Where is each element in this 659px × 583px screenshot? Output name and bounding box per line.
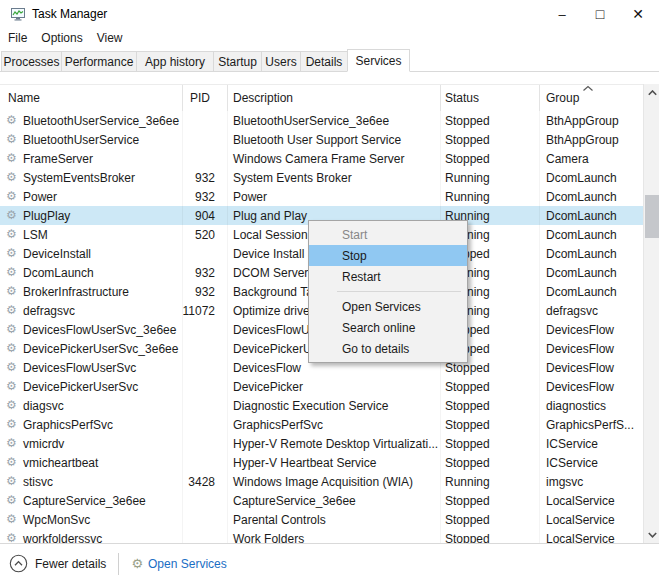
service-name-cell: ⚙workfolderssvc <box>0 529 183 543</box>
minimize-button[interactable]: – <box>543 0 581 28</box>
service-status: Stopped <box>441 149 540 168</box>
service-group: DcomLaunch <box>540 282 643 301</box>
service-gear-icon: ⚙ <box>6 323 23 335</box>
service-group: imgsvc <box>540 472 643 491</box>
column-header-pid[interactable]: PID <box>183 85 228 111</box>
column-header-name[interactable]: Name <box>0 85 183 111</box>
service-description: Work Folders <box>228 529 441 543</box>
service-status: Running <box>441 187 540 206</box>
service-group: DevicesFlow <box>540 320 643 339</box>
service-pid: 904 <box>183 206 228 225</box>
service-gear-icon: ⚙ <box>6 361 23 373</box>
service-gear-icon: ⚙ <box>6 342 23 354</box>
service-name-cell: ⚙BrokerInfrastructure <box>0 282 183 301</box>
service-name-cell: ⚙GraphicsPerfSvc <box>0 415 183 434</box>
service-name-cell: ⚙DcomLaunch <box>0 263 183 282</box>
context-menu-item-search-online[interactable]: Search online <box>309 317 467 338</box>
service-group: DevicesFlow <box>540 339 643 358</box>
menu-options[interactable]: Options <box>41 31 82 45</box>
tab-performance[interactable]: Performance <box>61 51 137 71</box>
context-menu-item-open-services[interactable]: Open Services <box>309 296 467 317</box>
service-name: DevicePickerUserSvc <box>23 380 138 394</box>
service-group: DevicesFlow <box>540 358 643 377</box>
table-row[interactable]: ⚙BluetoothUserService Bluetooth User Sup… <box>0 130 643 149</box>
menu-bar: File Options View <box>0 28 659 48</box>
table-row[interactable]: ⚙CaptureService_3e6ee CaptureService_3e6… <box>0 491 643 510</box>
table-row[interactable]: ⚙DevicePickerUserSvc DevicePicker Stoppe… <box>0 377 643 396</box>
fewer-details-toggle[interactable]: Fewer details <box>9 554 106 573</box>
service-pid <box>183 358 228 377</box>
service-group: defragsvc <box>540 301 643 320</box>
service-description: BluetoothUserService_3e6ee <box>228 111 441 130</box>
table-row[interactable]: ⚙stisvc 3428 Windows Image Acquisition (… <box>0 472 643 491</box>
column-header-status[interactable]: Status <box>441 85 540 111</box>
list-header: Name PID Description Status Group <box>0 85 643 111</box>
service-group: DcomLaunch <box>540 244 643 263</box>
service-pid <box>183 415 228 434</box>
service-name-cell: ⚙diagsvc <box>0 396 183 415</box>
service-description: Hyper-V Heartbeat Service <box>228 453 441 472</box>
context-menu-item-start: Start <box>309 224 467 245</box>
service-pid <box>183 339 228 358</box>
table-row[interactable]: ⚙WpcMonSvc Parental Controls Stopped Loc… <box>0 510 643 529</box>
tab-startup[interactable]: Startup <box>213 51 262 71</box>
table-row[interactable]: ⚙SystemEventsBroker 932 System Events Br… <box>0 168 643 187</box>
maximize-button[interactable]: □ <box>581 0 619 28</box>
tab-users[interactable]: Users <box>261 51 301 71</box>
menu-file[interactable]: File <box>8 31 27 45</box>
service-group: diagnostics <box>540 396 643 415</box>
context-menu-item-restart[interactable]: Restart <box>309 266 467 287</box>
service-gear-icon: ⚙ <box>6 380 23 392</box>
scroll-up-icon[interactable] <box>644 84 659 101</box>
table-row[interactable]: ⚙vmicrdv Hyper-V Remote Desktop Virtuali… <box>0 434 643 453</box>
column-header-group[interactable]: Group <box>540 85 643 111</box>
service-status: Stopped <box>441 434 540 453</box>
service-gear-icon: ⚙ <box>6 475 23 487</box>
vertical-scrollbar[interactable] <box>643 84 659 543</box>
service-status: Stopped <box>441 396 540 415</box>
service-pid <box>183 529 228 543</box>
menu-view[interactable]: View <box>97 31 123 45</box>
service-description: Hyper-V Remote Desktop Virtualizati... <box>228 434 441 453</box>
tab-app-history[interactable]: App history <box>136 51 214 71</box>
service-name: Power <box>23 190 57 204</box>
service-status: Stopped <box>441 415 540 434</box>
service-status: Stopped <box>441 453 540 472</box>
service-name-cell: ⚙PlugPlay <box>0 206 183 225</box>
tab-processes[interactable]: Processes <box>1 51 62 71</box>
close-button[interactable]: ✕ <box>619 0 657 28</box>
service-name-cell: ⚙LSM <box>0 225 183 244</box>
service-group: LocalService <box>540 529 643 543</box>
table-row[interactable]: ⚙Power 932 Power Running DcomLaunch <box>0 187 643 206</box>
table-row[interactable]: ⚙workfolderssvc Work Folders Stopped Loc… <box>0 529 643 543</box>
tab-details[interactable]: Details <box>300 51 348 71</box>
open-services-link[interactable]: ⚙ Open Services <box>131 557 226 571</box>
service-pid <box>183 130 228 149</box>
service-gear-icon: ⚙ <box>6 133 23 145</box>
service-name-cell: ⚙BluetoothUserService <box>0 130 183 149</box>
table-row[interactable]: ⚙vmicheartbeat Hyper-V Heartbeat Service… <box>0 453 643 472</box>
service-name-cell: ⚙stisvc <box>0 472 183 491</box>
scrollbar-thumb[interactable] <box>645 195 659 238</box>
table-row[interactable]: ⚙FrameServer Windows Camera Frame Server… <box>0 149 643 168</box>
scroll-down-icon[interactable] <box>644 526 659 543</box>
service-pid <box>183 510 228 529</box>
service-group: Camera <box>540 149 643 168</box>
context-menu-item-go-to-details[interactable]: Go to details <box>309 338 467 359</box>
context-menu-item-stop[interactable]: Stop <box>309 245 467 266</box>
service-status: Running <box>441 472 540 491</box>
service-status: Running <box>441 168 540 187</box>
table-row[interactable]: ⚙BluetoothUserService_3e6ee BluetoothUse… <box>0 111 643 130</box>
service-gear-icon: ⚙ <box>6 228 23 240</box>
column-header-description[interactable]: Description <box>228 85 441 111</box>
service-pid <box>183 377 228 396</box>
service-gear-icon: ⚙ <box>6 285 23 297</box>
service-description: Diagnostic Execution Service <box>228 396 441 415</box>
footer-bar: Fewer details ⚙ Open Services <box>0 543 659 583</box>
service-name-cell: ⚙DevicePickerUserSvc <box>0 377 183 396</box>
tab-services[interactable]: Services <box>347 49 410 72</box>
service-name: diagsvc <box>23 399 64 413</box>
title-bar: Task Manager – □ ✕ <box>0 0 659 28</box>
table-row[interactable]: ⚙diagsvc Diagnostic Execution Service St… <box>0 396 643 415</box>
table-row[interactable]: ⚙GraphicsPerfSvc GraphicsPerfSvc Stopped… <box>0 415 643 434</box>
